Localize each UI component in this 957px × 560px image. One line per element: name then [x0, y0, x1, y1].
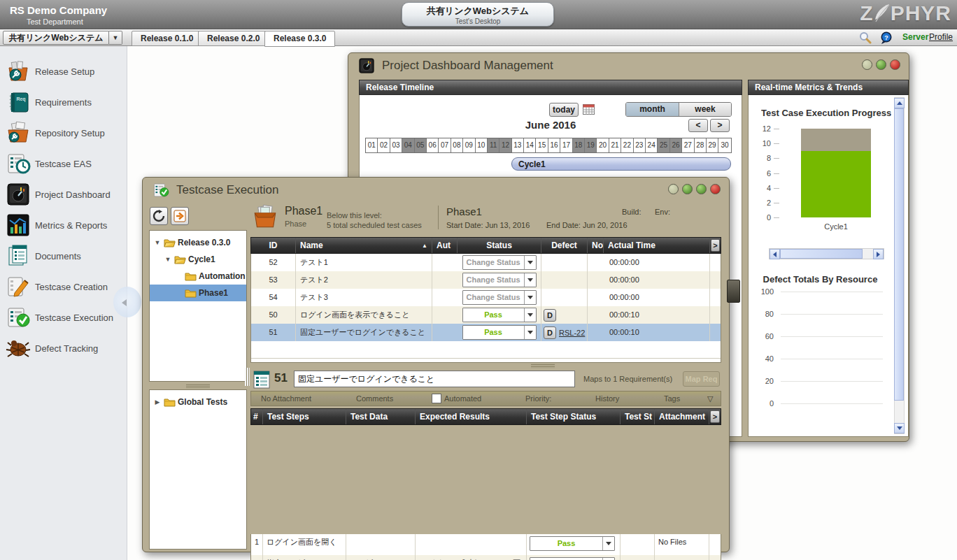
tree-splitter-grip[interactable]	[186, 384, 210, 389]
defect-link[interactable]: RSL-22	[559, 329, 585, 337]
test-step-row[interactable]: 1ログイン画面を開くPassNo Files	[251, 534, 721, 555]
calendar-day-cell[interactable]: 24	[646, 138, 658, 152]
status-dropdown[interactable]: Pass	[462, 325, 537, 340]
sidebar-collapse-button[interactable]	[113, 287, 141, 317]
vertical-splitter-grip[interactable]	[245, 368, 250, 386]
calendar-day-cell[interactable]: 27	[682, 138, 694, 152]
tree-node-global-tests[interactable]: ▶ Global Tests	[150, 394, 246, 410]
today-button[interactable]: today	[549, 103, 579, 117]
dropdown-arrow-icon[interactable]	[524, 291, 536, 304]
prev-month-button[interactable]: <	[688, 119, 708, 132]
calendar-day-cell[interactable]: 26	[670, 138, 682, 152]
refresh-button[interactable]	[150, 207, 168, 225]
dropdown-arrow-icon[interactable]	[524, 273, 536, 287]
column-header-expected-results[interactable]: Expected Results	[416, 409, 527, 424]
map-req-button[interactable]: Map Req	[683, 371, 720, 387]
calendar-day-cell[interactable]: 30	[718, 138, 730, 152]
column-header-status[interactable]: Status	[458, 238, 541, 253]
calendar-day-cell[interactable]: 29	[707, 138, 718, 152]
column-header-id[interactable]: ID	[251, 238, 296, 253]
window-minimize-button[interactable]	[862, 59, 872, 70]
testcase-row[interactable]: 50ログイン画面を表示できることPassD00:00:10	[251, 306, 721, 324]
status-dropdown[interactable]: Pass	[462, 308, 537, 322]
window-minimize-button[interactable]	[682, 184, 693, 194]
panel-splitter-handle[interactable]	[727, 280, 740, 303]
dropdown-arrow-icon[interactable]	[524, 326, 536, 339]
tree-node-cycle1[interactable]: ▼Cycle1	[150, 251, 246, 268]
automated-checkbox[interactable]	[432, 394, 441, 403]
calendar-day-cell[interactable]: 02	[378, 138, 390, 152]
tags-label[interactable]: Tags	[664, 394, 680, 403]
calendar-day-cell[interactable]: 10	[476, 138, 488, 152]
help-icon[interactable]: ?	[880, 31, 893, 44]
sidebar-item-project-dashboard[interactable]: Project Dashboard	[0, 179, 127, 210]
calendar-day-cell[interactable]: 22	[621, 138, 633, 152]
chevron-down-icon[interactable]: ▼	[109, 31, 122, 45]
next-month-button[interactable]: >	[710, 119, 730, 132]
sort-ascending-icon[interactable]: ▲	[422, 238, 427, 253]
dropdown-arrow-icon[interactable]	[524, 308, 536, 322]
steps-expand-columns-button[interactable]: >	[710, 410, 720, 423]
sidebar-item-testcase-eas[interactable]: Testcase EAS	[0, 148, 127, 179]
calendar-day-cell[interactable]: 13	[512, 138, 524, 152]
status-dropdown[interactable]: Change Status	[462, 290, 537, 305]
month-toggle-button[interactable]: month	[626, 103, 679, 116]
calendar-day-cell[interactable]: 14	[524, 138, 536, 152]
sidebar-item-defect-tracking[interactable]: Defect Tracking	[0, 333, 127, 364]
status-dropdown[interactable]: Pass	[530, 557, 615, 560]
defect-d-button[interactable]: D	[544, 309, 556, 322]
tree-expander-icon[interactable]: ▼	[153, 239, 162, 246]
profile-link[interactable]: Profile	[929, 32, 953, 42]
tree-node-phase1[interactable]: Phase1	[150, 285, 246, 301]
scroll-down-icon[interactable]	[894, 423, 905, 433]
search-icon[interactable]	[859, 31, 872, 44]
scroll-left-icon[interactable]	[770, 249, 780, 259]
tree-node-release-0-3-0[interactable]: ▼Release 0.3.0	[150, 234, 246, 251]
metrics-vscrollbar[interactable]	[894, 97, 905, 434]
sidebar-item-testcase-execution[interactable]: Testcase Execution	[0, 302, 127, 333]
vscroll-thumb[interactable]	[894, 108, 904, 401]
tags-dropdown-icon[interactable]: ▽	[707, 394, 713, 403]
hscroll-thumb[interactable]	[780, 249, 863, 259]
test-step-row[interactable]: 2指定ユーザー・パスワードでログインするユーザー:test パスワード: pas…	[251, 555, 721, 560]
dropdown-arrow-icon[interactable]	[602, 537, 614, 550]
status-dropdown[interactable]: Change Status	[462, 273, 537, 287]
column-header-test-st[interactable]: Test St	[621, 409, 655, 424]
calendar-day-cell[interactable]: 12	[499, 138, 511, 152]
calendar-day-cell[interactable]: 05	[415, 138, 427, 152]
comments-label[interactable]: Comments	[356, 394, 393, 403]
calendar-day-cell[interactable]: 03	[390, 138, 402, 152]
calendar-day-cell[interactable]: 15	[536, 138, 548, 152]
testcase-row[interactable]: 53テスト2Change Status00:00:00	[251, 271, 721, 289]
testcase-row[interactable]: 51固定ユーザーでログインできることPassDRSL-2200:00:10	[251, 324, 721, 341]
testcase-name-input[interactable]	[294, 371, 575, 387]
sidebar-item-repository-setup[interactable]: Repository Setup	[0, 117, 127, 148]
calendar-day-cell[interactable]: 09	[463, 138, 475, 152]
column-header-name[interactable]: Name▲	[296, 238, 432, 253]
calendar-day-cell[interactable]: 20	[597, 138, 609, 152]
column-header-attachment[interactable]: Attachment	[655, 409, 709, 424]
calendar-day-cell[interactable]: 25	[658, 138, 669, 152]
tree-expander-icon[interactable]: ▼	[164, 256, 172, 263]
tree-expander-icon[interactable]: ▶	[153, 399, 162, 405]
window-button-disabled[interactable]	[668, 184, 679, 194]
server-link[interactable]: Server	[902, 32, 928, 42]
calendar-day-cell[interactable]: 07	[439, 138, 451, 152]
calendar-day-cell[interactable]: 28	[695, 138, 707, 152]
dropdown-arrow-icon[interactable]	[524, 256, 536, 269]
defect-d-button[interactable]: D	[544, 326, 556, 339]
column-header-defect[interactable]: Defect	[541, 238, 588, 253]
sidebar-item-documents[interactable]: Documents	[0, 240, 127, 271]
calendar-day-cell[interactable]: 17	[560, 138, 572, 152]
column-header-not[interactable]: Not	[588, 238, 604, 253]
column-header--[interactable]: #	[251, 409, 263, 424]
forward-button[interactable]	[171, 207, 189, 225]
scroll-up-icon[interactable]	[894, 98, 905, 108]
sidebar-item-testcase-creation[interactable]: Testcase Creation	[0, 271, 127, 302]
tab-release-010[interactable]: Release 0.1.0	[132, 31, 202, 46]
chart1-hscrollbar[interactable]	[769, 248, 884, 259]
cycle-timeline-bar[interactable]: Cycle1	[511, 157, 731, 171]
table-expand-columns-button[interactable]: >	[711, 239, 720, 252]
project-selector[interactable]: 共有リンクWebシステム ▼	[3, 31, 122, 45]
calendar-day-cell[interactable]: 19	[585, 138, 597, 152]
